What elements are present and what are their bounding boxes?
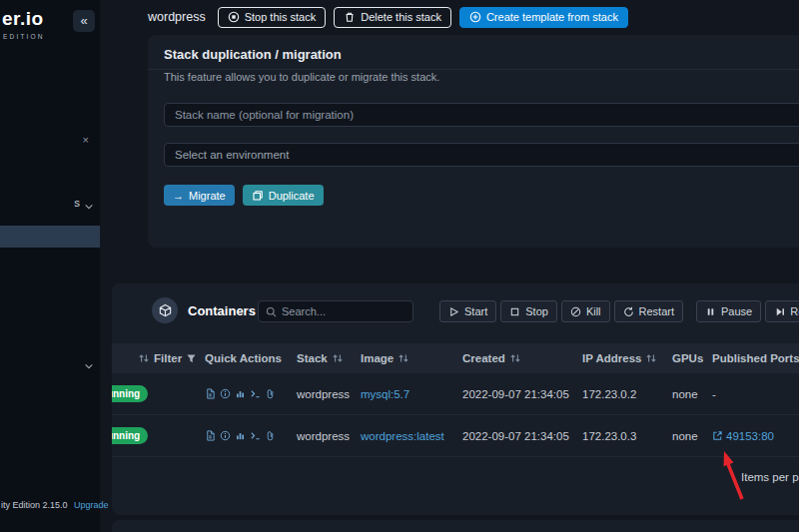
resume-button[interactable]: Resume [765, 300, 799, 322]
duplication-description: This feature allows you to duplicate or … [164, 71, 439, 83]
divider [148, 69, 799, 70]
sidebar-item-active[interactable] [0, 226, 100, 248]
create-template-label: Create template from stack [486, 11, 618, 23]
filter-funnel-icon[interactable] [186, 353, 197, 364]
stop-button[interactable]: Stop [500, 300, 557, 322]
status-badge: running [112, 385, 148, 402]
quick-actions [202, 388, 294, 399]
migrate-label: Migrate [189, 190, 226, 202]
delete-stack-label: Delete this stack [361, 11, 441, 23]
start-label: Start [464, 305, 487, 317]
pause-label: Pause [721, 305, 752, 317]
search-input[interactable] [282, 305, 405, 317]
image-link[interactable]: mysql:5.7 [361, 388, 409, 400]
attach-icon[interactable] [265, 388, 276, 399]
state-column-header[interactable]: Filter [112, 352, 202, 364]
containers-search [258, 300, 413, 322]
sort-icon[interactable] [645, 352, 657, 364]
environment-select[interactable]: Select an environment [164, 143, 799, 167]
ip-cell: 172.23.0.2 [579, 388, 669, 400]
plus-circle-icon [469, 11, 481, 23]
console-icon[interactable] [250, 430, 261, 441]
sidebar-item-label: s [74, 197, 80, 209]
pause-button[interactable]: Pause [696, 300, 761, 322]
restart-icon [623, 306, 634, 317]
stack-column-header[interactable]: Stack [294, 352, 358, 364]
delete-stack-button[interactable]: Delete this stack [334, 7, 451, 28]
stop-circle-icon [228, 11, 240, 23]
stop-stack-label: Stop this stack [245, 11, 317, 23]
chevron-down-icon[interactable] [84, 202, 94, 212]
duplicate-label: Duplicate [269, 190, 315, 202]
collapse-icon: « [80, 13, 87, 28]
created-cell: 2022-09-07 21:34:05 [459, 388, 579, 400]
containers-table-header: Filter Quick Actions Stack Image Created… [112, 343, 799, 373]
published-port-link[interactable]: 49153:80 [712, 430, 774, 442]
edition-label: EDITION [3, 33, 45, 40]
trash-icon [344, 11, 356, 23]
page-header: wordpress Stop this stack Delete this st… [148, 6, 628, 28]
sort-icon[interactable] [509, 352, 521, 364]
container-actions: Start Stop Kill Restart Pause Resume [439, 300, 799, 322]
ip-address-column-header[interactable]: IP Address [579, 352, 669, 364]
duplication-buttons: → Migrate Duplicate [164, 185, 324, 206]
search-icon [266, 306, 277, 317]
attach-icon[interactable] [265, 430, 276, 441]
duplicate-button[interactable]: Duplicate [243, 185, 324, 206]
external-link-icon [712, 430, 723, 441]
sort-icon[interactable] [138, 352, 150, 364]
filter-label: Filter [154, 352, 182, 364]
arrow-right-icon: → [173, 190, 184, 202]
chevron-down-icon[interactable] [84, 361, 94, 371]
console-icon[interactable] [250, 388, 261, 399]
image-link[interactable]: wordpress:latest [361, 430, 444, 442]
migrate-button[interactable]: → Migrate [164, 185, 235, 206]
resume-label: Resume [790, 305, 799, 317]
upgrade-link[interactable]: Upgrade [74, 500, 109, 510]
logs-icon[interactable] [205, 430, 216, 441]
copy-icon [252, 190, 264, 202]
sidebar: er.io EDITION « × s ity Edition 2.15.0 U… [0, 0, 100, 532]
ports-cell: - [709, 388, 799, 400]
containers-title: Containers [188, 303, 256, 318]
published-ports-column-header: Published Ports [709, 352, 799, 364]
stop-square-icon [509, 306, 520, 317]
kill-button[interactable]: Kill [561, 300, 610, 322]
logs-icon[interactable] [205, 388, 216, 399]
duplication-title: Stack duplication / migration [164, 47, 342, 62]
portainer-page: er.io EDITION « × s ity Edition 2.15.0 U… [0, 0, 799, 532]
ip-cell: 172.23.0.3 [579, 430, 669, 442]
play-icon [448, 306, 459, 317]
inspect-icon[interactable] [220, 388, 231, 399]
stats-icon[interactable] [235, 388, 246, 399]
app-logo: er.io [2, 8, 44, 30]
stop-stack-button[interactable]: Stop this stack [218, 7, 327, 28]
environment-select-placeholder: Select an environment [175, 149, 289, 161]
pause-icon [705, 306, 716, 317]
create-template-button[interactable]: Create template from stack [459, 7, 628, 28]
stack-cell: wordpress [294, 430, 358, 442]
containers-icon [152, 297, 178, 323]
stats-icon[interactable] [235, 430, 246, 441]
table-row: running wordpress wordpress:latest 2022-… [112, 415, 799, 457]
quick-actions-column-header: Quick Actions [202, 352, 294, 364]
restart-button[interactable]: Restart [614, 300, 683, 322]
next-panel [112, 520, 799, 532]
kill-icon [570, 306, 581, 317]
sort-icon[interactable] [398, 352, 409, 364]
stack-cell: wordpress [294, 388, 358, 400]
table-row: running wordpress mysql:5.7 2022-09-07 2… [112, 373, 799, 415]
resume-icon [774, 306, 785, 317]
version-label: ity Edition 2.15.0 [1, 500, 68, 510]
gpus-column-header: GPUs [669, 352, 709, 364]
close-icon[interactable]: × [83, 134, 89, 146]
sort-icon[interactable] [332, 352, 344, 364]
quick-actions [202, 430, 294, 441]
stack-title: wordpress [148, 10, 206, 24]
stack-name-input[interactable] [164, 103, 799, 127]
start-button[interactable]: Start [439, 300, 496, 322]
created-column-header[interactable]: Created [459, 352, 579, 364]
image-column-header[interactable]: Image [358, 352, 459, 364]
inspect-icon[interactable] [220, 430, 231, 441]
sidebar-collapse-button[interactable]: « [73, 10, 95, 32]
